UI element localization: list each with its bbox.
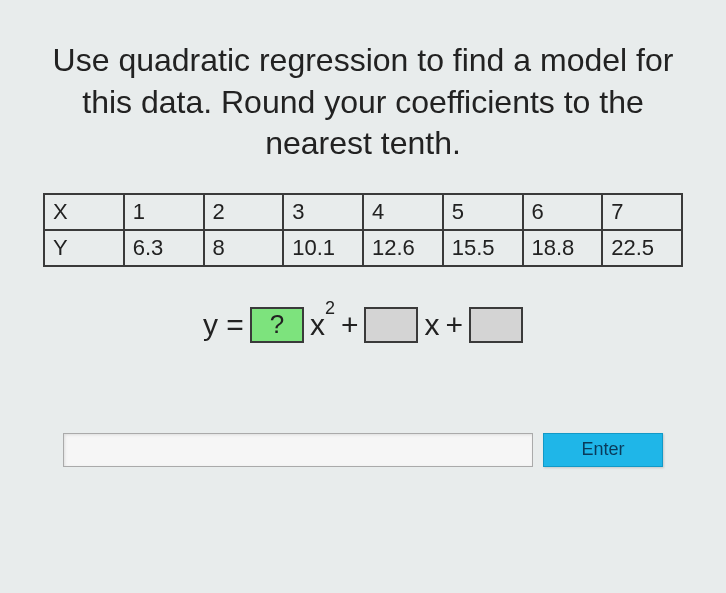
enter-button[interactable]: Enter	[543, 433, 663, 467]
coefficient-c-input[interactable]	[469, 307, 523, 343]
coefficient-b-input[interactable]	[364, 307, 418, 343]
answer-row: Enter	[63, 433, 663, 467]
y-cell: 18.8	[523, 230, 603, 266]
x-cell: 1	[124, 194, 204, 230]
x-cell: 2	[204, 194, 284, 230]
x-term: x	[424, 308, 439, 342]
x-var: x	[310, 308, 325, 341]
table-row-x: X 1 2 3 4 5 6 7	[44, 194, 682, 230]
answer-input[interactable]	[63, 433, 533, 467]
y-cell: 8	[204, 230, 284, 266]
y-cell: 6.3	[124, 230, 204, 266]
y-cell: 12.6	[363, 230, 443, 266]
x-cell: 3	[283, 194, 363, 230]
x-cell: 6	[523, 194, 603, 230]
exponent-2: 2	[325, 298, 335, 318]
coefficient-a-input[interactable]: ?	[250, 307, 304, 343]
x-cell: 4	[363, 194, 443, 230]
x-label: X	[44, 194, 124, 230]
y-cell: 10.1	[283, 230, 363, 266]
y-cell: 15.5	[443, 230, 523, 266]
question-prompt: Use quadratic regression to find a model…	[30, 40, 696, 165]
x-cell: 7	[602, 194, 682, 230]
plus-sign: +	[341, 308, 359, 342]
y-equals: y =	[203, 308, 244, 342]
plus-sign: +	[445, 308, 463, 342]
x-cell: 5	[443, 194, 523, 230]
y-cell: 22.5	[602, 230, 682, 266]
y-label: Y	[44, 230, 124, 266]
equation-template: y = ? x2 + x +	[203, 307, 523, 343]
x-squared-term: x2	[310, 308, 335, 342]
table-row-y: Y 6.3 8 10.1 12.6 15.5 18.8 22.5	[44, 230, 682, 266]
data-table: X 1 2 3 4 5 6 7 Y 6.3 8 10.1 12.6 15.5 1…	[43, 193, 683, 267]
